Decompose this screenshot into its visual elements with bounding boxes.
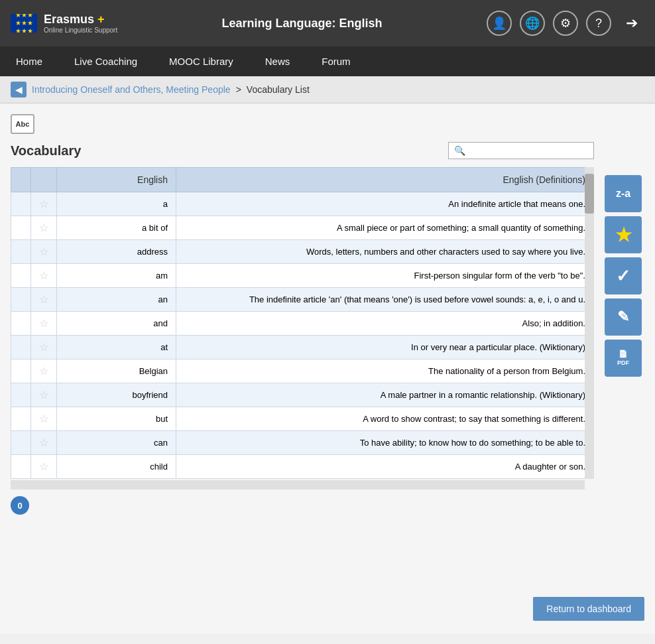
star-toggle-icon[interactable]: ☆ [39,270,48,281]
star-toggle-icon[interactable]: ☆ [39,246,48,257]
row-word: can [57,431,176,455]
star-toggle-icon[interactable]: ☆ [39,222,48,233]
breadcrumb-back-button[interactable]: ◀ [11,82,27,97]
row-checkbox-cell [11,383,31,407]
table-header-row: English English (Definitions) [11,168,594,192]
row-checkbox-cell [11,455,31,479]
pdf-button[interactable]: 📄PDF [605,340,642,377]
nav-home[interactable]: Home [0,46,58,76]
row-star-cell[interactable]: ☆ [31,336,57,359]
row-star-cell[interactable]: ☆ [31,264,57,288]
za-sort-label: z-a [616,188,630,200]
row-star-cell[interactable]: ☆ [31,216,57,240]
vocab-table-wrapper: English English (Definitions) ☆ a An ind… [11,167,594,479]
horizontal-scrollbar[interactable] [11,480,585,489]
nav-live-coaching[interactable]: Live Coaching [58,46,153,76]
logout-icon[interactable]: ➔ [619,11,644,36]
vocab-section: Vocabulary 🔍 English English (Definition… [11,142,644,515]
star-toggle-icon[interactable]: ☆ [39,198,48,210]
header-language-label: Learning Language: English [117,17,487,31]
row-star-cell[interactable]: ☆ [31,455,57,479]
row-star-cell[interactable]: ☆ [31,359,57,383]
star-icon: ★ [615,224,632,246]
search-box: 🔍 [448,142,594,159]
table-row: ☆ boyfriend A male partner in a romantic… [11,383,594,407]
row-checkbox-cell [11,407,31,431]
row-star-cell[interactable]: ☆ [31,192,57,216]
table-row: ☆ address Words, letters, numbers and ot… [11,240,594,264]
row-checkbox-cell [11,431,31,455]
star-toggle-icon[interactable]: ☆ [39,461,48,472]
star-toggle-icon[interactable]: ☆ [39,413,48,424]
star-toggle-icon[interactable]: ☆ [39,365,48,377]
row-definition: An indefinite article that means one. [176,192,594,216]
row-definition: In or very near a particular place. (Wik… [176,336,594,359]
row-checkbox-cell [11,336,31,359]
bottom-counter: 0 [11,496,29,515]
vocab-title: Vocabulary [11,143,81,159]
edit-icon: ✎ [617,308,629,326]
row-definition: First-person singular form of the verb "… [176,264,594,288]
app-subtitle: Online Linguistic Support [44,27,117,34]
row-definition: Also; in addition. [176,312,594,336]
row-definition: A word to show contrast; to say that som… [176,407,594,431]
breadcrumb-parent[interactable]: Introducing Oneself and Others, Meeting … [32,84,231,95]
row-word: a [57,192,176,216]
table-row: ☆ at In or very near a particular place.… [11,336,594,359]
nav-mooc-library[interactable]: MOOC Library [153,46,249,76]
col-header-star [31,168,57,192]
star-toggle-icon[interactable]: ☆ [39,294,48,305]
row-checkbox-cell [11,359,31,383]
row-star-cell[interactable]: ☆ [31,383,57,407]
row-star-cell[interactable]: ☆ [31,431,57,455]
star-toggle-icon[interactable]: ☆ [39,342,48,353]
row-definition: A male partner in a romantic relationshi… [176,383,594,407]
row-word: a bit of [57,216,176,240]
help-icon[interactable]: ? [586,11,611,36]
search-input[interactable] [468,145,587,156]
table-row: ☆ child A daughter or son. [11,455,594,479]
row-checkbox-cell [11,192,31,216]
vocab-main: Vocabulary 🔍 English English (Definition… [11,142,594,515]
row-word: address [57,240,176,264]
table-row: ☆ a bit of A small piece or part of some… [11,216,594,240]
vocab-table: English English (Definitions) ☆ a An ind… [11,167,594,479]
col-header-check [11,168,31,192]
row-star-cell[interactable]: ☆ [31,240,57,264]
row-checkbox-cell [11,264,31,288]
row-checkbox-cell [11,216,31,240]
row-definition: The nationality of a person from Belgium… [176,359,594,383]
right-sidebar: z-a ★ ✓ ✎ 📄PDF [605,175,644,515]
vertical-scrollbar[interactable] [585,167,594,479]
row-star-cell[interactable]: ☆ [31,312,57,336]
return-to-dashboard-button[interactable]: Return to dashboard [533,597,644,621]
settings-icon[interactable]: ⚙ [553,11,578,36]
favorites-button[interactable]: ★ [605,216,642,253]
scrollbar-thumb[interactable] [585,174,594,214]
row-checkbox-cell [11,240,31,264]
table-row: ☆ and Also; in addition. [11,312,594,336]
col-header-definitions: English (Definitions) [176,168,594,192]
star-toggle-icon[interactable]: ☆ [39,318,48,329]
star-toggle-icon[interactable]: ☆ [39,389,48,401]
nav-news[interactable]: News [249,46,306,76]
table-row: ☆ am First-person singular form of the v… [11,264,594,288]
star-toggle-icon[interactable]: ☆ [39,437,48,448]
checked-button[interactable]: ✓ [605,257,642,294]
breadcrumb: ◀ Introducing Oneself and Others, Meetin… [0,76,655,103]
nav-forum[interactable]: Forum [306,46,366,76]
row-definition: A daughter or son. [176,455,594,479]
row-word: Belgian [57,359,176,383]
row-word: child [57,455,176,479]
za-sort-button[interactable]: z-a [605,175,642,212]
eu-flag: ★★★★★★★★★ [11,14,37,32]
table-row: ☆ a An indefinite article that means one… [11,192,594,216]
row-word: at [57,336,176,359]
row-star-cell[interactable]: ☆ [31,407,57,431]
pdf-icon: 📄PDF [617,350,629,367]
globe-icon[interactable]: 🌐 [520,11,545,36]
profile-icon[interactable]: 👤 [487,11,512,36]
table-row: ☆ Belgian The nationality of a person fr… [11,359,594,383]
edit-button[interactable]: ✎ [605,298,642,336]
row-star-cell[interactable]: ☆ [31,288,57,312]
